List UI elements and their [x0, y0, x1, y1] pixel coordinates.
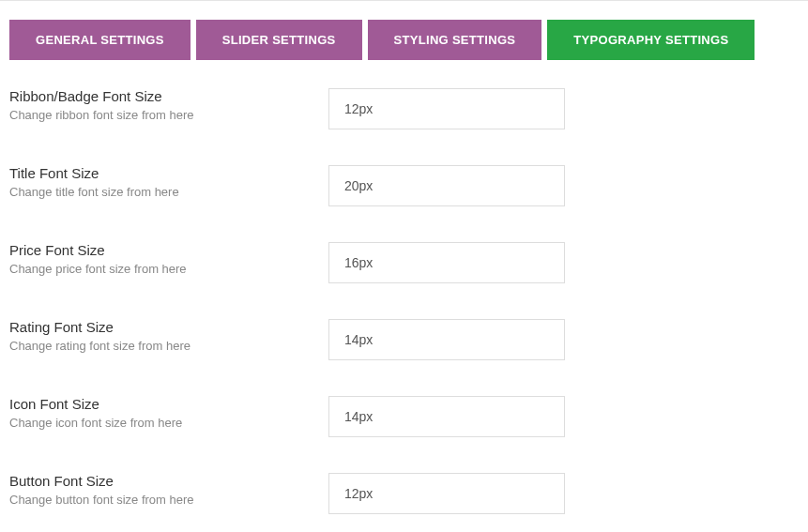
field-label-col: Button Font Size Change button font size…: [9, 473, 328, 507]
icon-font-size-label: Icon Font Size: [9, 396, 328, 412]
field-row-ribbon: Ribbon/Badge Font Size Change ribbon fon…: [9, 88, 799, 129]
field-label-col: Icon Font Size Change icon font size fro…: [9, 396, 328, 430]
button-font-size-label: Button Font Size: [9, 473, 328, 489]
price-font-size-label: Price Font Size: [9, 242, 328, 258]
icon-font-size-desc: Change icon font size from here: [9, 416, 328, 430]
ribbon-font-size-input[interactable]: [328, 88, 565, 129]
icon-font-size-input[interactable]: [328, 396, 565, 437]
field-row-icon: Icon Font Size Change icon font size fro…: [9, 396, 799, 437]
typography-settings-panel: Ribbon/Badge Font Size Change ribbon fon…: [0, 88, 808, 514]
settings-tabs: GENERAL SETTINGS SLIDER SETTINGS STYLING…: [0, 20, 808, 88]
rating-font-size-desc: Change rating font size from here: [9, 339, 328, 353]
field-input-col: [328, 242, 565, 283]
field-row-button: Button Font Size Change button font size…: [9, 473, 799, 514]
field-label-col: Title Font Size Change title font size f…: [9, 165, 328, 199]
tab-typography-settings[interactable]: TYPOGRAPHY SETTINGS: [547, 20, 755, 60]
rating-font-size-label: Rating Font Size: [9, 319, 328, 335]
rating-font-size-input[interactable]: [328, 319, 565, 360]
title-font-size-input[interactable]: [328, 165, 565, 206]
field-row-title: Title Font Size Change title font size f…: [9, 165, 799, 206]
field-input-col: [328, 396, 565, 437]
field-input-col: [328, 88, 565, 129]
title-font-size-desc: Change title font size from here: [9, 185, 328, 199]
button-font-size-desc: Change button font size from here: [9, 493, 328, 507]
field-row-price: Price Font Size Change price font size f…: [9, 242, 799, 283]
field-label-col: Rating Font Size Change rating font size…: [9, 319, 328, 353]
field-input-col: [328, 165, 565, 206]
field-label-col: Ribbon/Badge Font Size Change ribbon fon…: [9, 88, 328, 122]
field-label-col: Price Font Size Change price font size f…: [9, 242, 328, 276]
ribbon-font-size-desc: Change ribbon font size from here: [9, 108, 328, 122]
tab-general-settings[interactable]: GENERAL SETTINGS: [9, 20, 191, 60]
tab-slider-settings[interactable]: SLIDER SETTINGS: [196, 20, 362, 60]
price-font-size-desc: Change price font size from here: [9, 262, 328, 276]
field-row-rating: Rating Font Size Change rating font size…: [9, 319, 799, 360]
button-font-size-input[interactable]: [328, 473, 565, 514]
price-font-size-input[interactable]: [328, 242, 565, 283]
field-input-col: [328, 473, 565, 514]
field-input-col: [328, 319, 565, 360]
title-font-size-label: Title Font Size: [9, 165, 328, 181]
tab-styling-settings[interactable]: STYLING SETTINGS: [368, 20, 542, 60]
ribbon-font-size-label: Ribbon/Badge Font Size: [9, 88, 328, 104]
